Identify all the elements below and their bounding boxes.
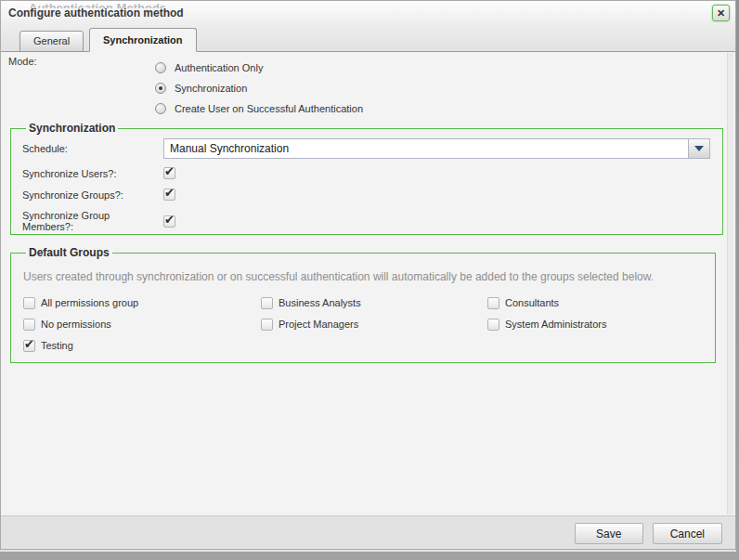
group-consultants-checkbox[interactable] <box>487 297 499 309</box>
default-groups-grid: All permissions group Business Analysts … <box>23 296 704 352</box>
synchronize-groups-row: Synchronize Groups?: <box>22 189 711 201</box>
synchronize-groups-checkbox[interactable] <box>163 189 175 201</box>
radio-authentication-only-label: Authentication Only <box>175 62 263 73</box>
group-consultants-label: Consultants <box>505 297 559 308</box>
group-business-analysts[interactable]: Business Analysts <box>261 296 487 309</box>
group-consultants[interactable]: Consultants <box>487 296 704 309</box>
schedule-select-value: Manual Synchronization <box>170 142 289 155</box>
group-system-administrators[interactable]: System Administrators <box>487 318 704 331</box>
tab-general-label: General <box>33 35 70 46</box>
group-no-permissions-checkbox[interactable] <box>23 319 35 331</box>
dialog-titlebar: Authentication Methods Configure authent… <box>1 1 735 27</box>
mode-label: Mode: <box>8 56 37 67</box>
schedule-row: Schedule: Manual Synchronization <box>22 138 711 159</box>
radio-button-icon[interactable] <box>155 83 166 94</box>
footer-buttons: Save Cancel <box>575 523 722 544</box>
dialog-footer: Save Cancel <box>1 515 735 549</box>
group-all-permissions[interactable]: All permissions group <box>23 296 261 309</box>
radio-button-icon[interactable] <box>155 62 166 73</box>
default-groups-description: Users created through synchronization or… <box>23 270 704 283</box>
group-testing[interactable]: Testing <box>23 339 261 352</box>
close-button[interactable]: ✕ <box>712 5 730 21</box>
synchronize-group-members-row: Synchronize Group Members?: <box>22 210 711 232</box>
tab-general[interactable]: General <box>19 31 84 52</box>
tab-synchronization[interactable]: Synchronization <box>89 28 197 52</box>
chevron-down-icon <box>694 146 704 151</box>
radio-button-icon[interactable] <box>155 103 166 114</box>
schedule-label: Schedule: <box>22 143 163 154</box>
cancel-button[interactable]: Cancel <box>653 523 722 544</box>
group-all-permissions-label: All permissions group <box>41 297 138 308</box>
tab-synchronization-label: Synchronization <box>103 34 183 46</box>
group-testing-label: Testing <box>41 340 73 351</box>
dialog-title: Configure authentication method <box>8 7 184 20</box>
group-no-permissions[interactable]: No permissions <box>23 318 261 331</box>
group-project-managers-checkbox[interactable] <box>261 319 273 331</box>
radio-create-user[interactable]: Create User on Successful Authentication <box>155 98 363 119</box>
group-business-analysts-label: Business Analysts <box>279 297 361 308</box>
group-project-managers[interactable]: Project Managers <box>261 318 487 331</box>
group-system-administrators-label: System Administrators <box>505 319 606 330</box>
default-groups-section-legend: Default Groups <box>26 246 112 259</box>
schedule-select-arrow-button[interactable] <box>688 139 709 158</box>
radio-synchronization[interactable]: Synchronization <box>155 78 363 98</box>
radio-synchronization-label: Synchronization <box>175 83 247 94</box>
synchronize-users-label: Synchronize Users?: <box>22 168 163 179</box>
synchronization-section-legend: Synchronization <box>26 122 118 135</box>
radio-create-user-label: Create User on Successful Authentication <box>175 103 363 114</box>
group-project-managers-label: Project Managers <box>279 319 358 330</box>
group-testing-checkbox[interactable] <box>23 340 35 352</box>
schedule-select[interactable]: Manual Synchronization <box>163 138 710 159</box>
default-groups-section: Default Groups Users created through syn… <box>10 246 716 363</box>
close-icon: ✕ <box>717 7 725 19</box>
configure-authentication-dialog: Authentication Methods Configure authent… <box>0 0 736 550</box>
group-no-permissions-label: No permissions <box>41 319 111 330</box>
synchronization-section: Synchronization Schedule: Manual Synchro… <box>10 122 723 235</box>
synchronize-group-members-checkbox[interactable] <box>163 215 175 228</box>
synchronize-users-checkbox[interactable] <box>163 167 175 179</box>
synchronize-groups-label: Synchronize Groups?: <box>22 189 163 201</box>
save-button[interactable]: Save <box>575 523 643 544</box>
synchronize-users-row: Synchronize Users?: <box>22 167 711 179</box>
group-all-permissions-checkbox[interactable] <box>23 297 35 309</box>
tab-bar: General Synchronization <box>1 27 735 52</box>
group-system-administrators-checkbox[interactable] <box>487 319 499 331</box>
vertical-scrollbar[interactable] <box>727 53 733 514</box>
radio-authentication-only[interactable]: Authentication Only <box>155 58 363 78</box>
synchronize-group-members-label: Synchronize Group Members?: <box>22 210 163 232</box>
group-business-analysts-checkbox[interactable] <box>261 297 273 309</box>
mode-radio-group: Authentication Only Synchronization Crea… <box>155 58 363 119</box>
